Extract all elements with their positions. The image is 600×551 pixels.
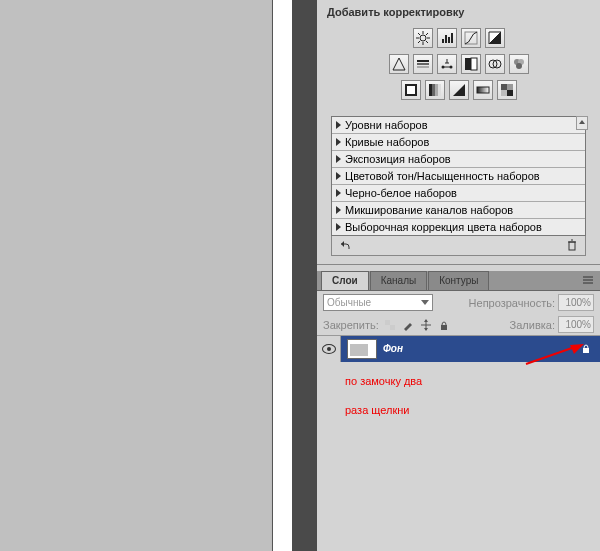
svg-rect-39 (501, 90, 507, 96)
svg-rect-40 (507, 90, 513, 96)
svg-marker-52 (424, 319, 428, 322)
svg-rect-30 (407, 86, 415, 94)
preset-label: Уровни наборов (345, 119, 428, 131)
preset-row[interactable]: Кривые наборов (332, 134, 585, 151)
preset-list: Уровни наборов Кривые наборов Экспозиция… (331, 116, 586, 236)
invert-icon[interactable] (401, 80, 421, 100)
svg-marker-53 (424, 328, 428, 331)
preset-row[interactable]: Микширование каналов наборов (332, 202, 585, 219)
lock-icon[interactable] (580, 342, 592, 356)
svg-line-6 (426, 41, 428, 43)
canvas-edge (272, 0, 292, 551)
svg-rect-18 (417, 63, 429, 65)
threshold-icon[interactable] (449, 80, 469, 100)
lock-brush-icon[interactable] (402, 319, 414, 331)
svg-rect-12 (451, 33, 453, 43)
preset-row[interactable]: Уровни наборов (332, 117, 585, 134)
svg-rect-34 (438, 84, 441, 96)
svg-line-7 (418, 41, 420, 43)
svg-line-8 (426, 33, 428, 35)
tab-paths[interactable]: Контуры (428, 271, 489, 290)
svg-point-20 (441, 66, 444, 69)
layer-row[interactable]: Фон (317, 336, 600, 362)
color-balance-icon[interactable] (437, 54, 457, 74)
adjustments-panel: Добавить корректировку (317, 0, 600, 265)
fill-field[interactable]: 100% (558, 316, 594, 333)
chevron-right-icon (336, 206, 341, 214)
hue-sat-icon[interactable] (413, 54, 433, 74)
svg-rect-55 (583, 348, 589, 353)
preset-label: Цветовой тон/Насыщенность наборов (345, 170, 540, 182)
svg-point-0 (420, 35, 426, 41)
svg-point-21 (449, 66, 452, 69)
svg-line-5 (418, 33, 420, 35)
svg-rect-23 (471, 58, 477, 70)
bw-icon[interactable] (461, 54, 481, 74)
preset-row[interactable]: Экспозиция наборов (332, 151, 585, 168)
preset-row[interactable]: Цветовой тон/Насыщенность наборов (332, 168, 585, 185)
eye-icon (322, 344, 336, 354)
curves-icon[interactable] (461, 28, 481, 48)
visibility-toggle[interactable] (317, 336, 341, 362)
svg-marker-16 (393, 58, 405, 70)
chevron-right-icon (336, 121, 341, 129)
svg-rect-48 (385, 320, 390, 325)
svg-rect-11 (448, 37, 450, 43)
svg-rect-19 (417, 66, 429, 68)
trash-icon[interactable] (565, 238, 579, 252)
chevron-right-icon (336, 138, 341, 146)
chevron-right-icon (336, 189, 341, 197)
adjustment-icon-grid (323, 20, 594, 112)
opacity-label: Непрозрачность: (469, 297, 555, 309)
svg-rect-42 (569, 242, 575, 250)
svg-rect-31 (429, 84, 432, 96)
opacity-field[interactable]: 100% (558, 294, 594, 311)
lock-move-icon[interactable] (420, 319, 432, 331)
layers-panel: Слои Каналы Контуры Обычные Непрозрачнос… (317, 271, 600, 362)
layer-options-row: Обычные Непрозрачность: 100% (317, 291, 600, 314)
lock-label: Закрепить: (323, 319, 379, 331)
adjustments-footer (331, 236, 586, 256)
layer-list: Фон (317, 335, 600, 362)
svg-rect-10 (445, 35, 447, 43)
gradient-map-icon[interactable] (473, 80, 493, 100)
vibrance-icon[interactable] (389, 54, 409, 74)
svg-rect-54 (441, 325, 447, 330)
preset-label: Микширование каналов наборов (345, 204, 513, 216)
layer-name[interactable]: Фон (383, 343, 580, 354)
tab-channels[interactable]: Каналы (370, 271, 428, 290)
fill-label: Заливка: (510, 319, 555, 331)
panel-tabs: Слои Каналы Контуры (317, 271, 600, 291)
tab-layers[interactable]: Слои (321, 271, 369, 290)
photo-filter-icon[interactable] (485, 54, 505, 74)
preset-row[interactable]: Выборочная коррекция цвета наборов (332, 219, 585, 235)
posterize-icon[interactable] (425, 80, 445, 100)
lock-all-icon[interactable] (438, 319, 450, 331)
preset-label: Черно-белое наборов (345, 187, 457, 199)
preset-label: Экспозиция наборов (345, 153, 451, 165)
panel-menu-icon[interactable] (582, 275, 594, 287)
exposure-icon[interactable] (485, 28, 505, 48)
preset-label: Выборочная коррекция цвета наборов (345, 221, 542, 233)
lock-transparency-icon[interactable] (384, 319, 396, 331)
brightness-icon[interactable] (413, 28, 433, 48)
svg-rect-37 (501, 84, 507, 90)
layer-thumbnail[interactable] (347, 339, 377, 359)
channel-mixer-icon[interactable] (509, 54, 529, 74)
svg-marker-35 (453, 84, 465, 96)
svg-rect-49 (390, 325, 395, 330)
return-icon[interactable] (338, 238, 352, 252)
svg-rect-38 (507, 84, 513, 90)
svg-rect-32 (432, 84, 435, 96)
levels-icon[interactable] (437, 28, 457, 48)
presets-container: Уровни наборов Кривые наборов Экспозиция… (323, 112, 594, 260)
selective-color-icon[interactable] (497, 80, 517, 100)
svg-rect-9 (442, 39, 444, 43)
preset-row[interactable]: Черно-белое наборов (332, 185, 585, 202)
chevron-right-icon (336, 172, 341, 180)
svg-marker-41 (341, 241, 344, 247)
chevron-right-icon (336, 155, 341, 163)
blend-mode-select[interactable]: Обычные (323, 294, 433, 311)
canvas-background (292, 0, 317, 551)
presets-scrollbar[interactable] (576, 116, 588, 130)
